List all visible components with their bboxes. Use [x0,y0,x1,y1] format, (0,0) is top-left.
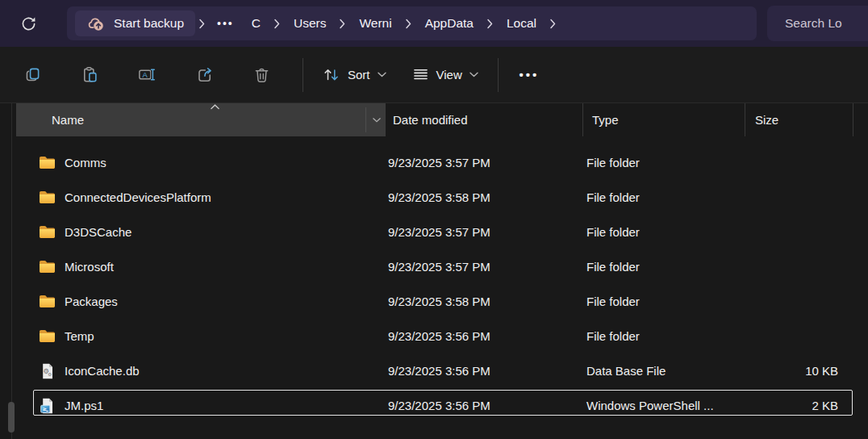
chevron-right-icon [549,19,557,29]
file-row[interactable]: Microsoft 9/23/2025 3:57 PM File folder [11,249,857,284]
share-button[interactable] [186,57,222,93]
file-name-cell: ConnectedDevicesPlatform [11,189,381,206]
folder-icon [39,295,56,308]
delete-icon [253,66,270,83]
file-type: Windows PowerShell ... [578,399,740,412]
file-type: Data Base File [578,364,740,378]
svg-text:⚙: ⚙ [48,372,52,377]
file-size: 10 KB [740,364,849,378]
titlebar: Start backup ••• C Users Werni AppData L… [0,0,868,47]
refresh-icon [20,15,37,32]
header-divider [365,107,366,132]
rename-icon: A [138,66,156,83]
column-header-date-modified[interactable]: Date modified [386,103,582,136]
file-date-modified: 9/23/2025 3:58 PM [381,295,578,308]
share-icon [196,66,213,83]
file-name-cell: D3DSCache [11,224,381,240]
file-name-cell: Packages [11,293,381,310]
file-explorer-window: Start backup ••• C Users Werni AppData L… [0,0,868,439]
chevron-right-icon [339,19,346,29]
search-placeholder: Search Lo [785,16,842,31]
view-icon [412,66,429,83]
column-header-name-label: Name [52,113,84,127]
chevron-down-icon [378,72,386,77]
file-row[interactable]: ConnectedDevicesPlatform 9/23/2025 3:58 … [11,180,857,215]
file-name-cell: ⚙ ⚙ IconCache.db [11,362,381,379]
paste-icon [81,66,98,83]
column-header-size[interactable]: Size [745,103,853,136]
file-name-cell: Comms [11,154,381,171]
file-date-modified: 9/23/2025 3:56 PM [381,399,578,412]
breadcrumb-item[interactable]: Users [284,16,336,31]
sort-icon [323,66,340,83]
breadcrumb-item[interactable]: Local [497,16,546,31]
file-icon [39,189,56,206]
chevron-right-icon [405,19,412,29]
file-type: File folder [578,225,740,239]
file-date-modified: 9/23/2025 3:57 PM [381,156,578,169]
column-header-type[interactable]: Type [582,103,745,136]
file-row[interactable]: Comms 9/23/2025 3:57 PM File folder [11,145,857,180]
file-name: Packages [65,295,118,308]
column-headers: Name Date modified Type Size [12,103,868,136]
folder-icon [39,190,56,204]
start-backup-button[interactable]: Start backup [75,10,195,36]
file-date-modified: 9/23/2025 3:57 PM [381,260,578,274]
delete-button[interactable] [244,57,279,93]
breadcrumb-item[interactable]: C [242,16,270,31]
file-row[interactable]: Packages 9/23/2025 3:58 PM File folder [11,284,857,319]
column-header-name[interactable]: Name [16,103,386,136]
sort-label: Sort [348,68,370,82]
file-list-pane: Name Date modified Type Size Comms 9/23/… [0,103,868,439]
paste-button[interactable] [72,57,107,93]
folder-icon [39,156,56,169]
folder-icon [39,329,56,343]
file-icon: ≥ [39,397,56,414]
file-row[interactable]: Temp 9/23/2025 3:56 PM File folder [11,319,857,353]
folder-icon [39,225,56,239]
breadcrumb-item[interactable]: Werni [349,16,401,31]
address-bar[interactable]: Start backup ••• C Users Werni AppData L… [67,6,757,40]
file-name-cell: Temp [11,328,381,345]
file-name-cell: Microsoft [11,258,381,275]
sort-button[interactable]: Sort [315,57,394,93]
file-type: File folder [578,190,740,204]
view-label: View [436,68,462,82]
file-date-modified: 9/23/2025 3:56 PM [381,364,578,378]
rename-button[interactable]: A [129,57,165,93]
file-rows: Comms 9/23/2025 3:57 PM File folder Conn… [0,136,868,423]
toolbar: A Sort [0,47,868,103]
file-icon [39,293,56,310]
breadcrumb-item[interactable]: AppData [415,16,483,31]
file-row[interactable]: ≥ JM.ps1 9/23/2025 3:56 PM Windows Power… [11,388,857,423]
search-box[interactable]: Search Lo [767,6,868,41]
chevron-down-icon[interactable] [372,117,382,123]
file-row[interactable]: ⚙ ⚙ IconCache.db 9/23/2025 3:56 PM Data … [11,353,857,388]
file-name: ConnectedDevicesPlatform [65,190,211,204]
file-name: IconCache.db [65,364,140,378]
file-icon [39,224,56,240]
database-file-icon: ⚙ ⚙ [41,363,54,379]
cloud-backup-icon [86,15,106,31]
file-icon [39,154,56,171]
file-name: JM.ps1 [65,399,103,412]
file-date-modified: 9/23/2025 3:56 PM [381,329,578,343]
copy-button[interactable] [15,57,50,93]
chevron-right-icon [198,19,206,29]
chevron-right-icon [486,19,494,29]
chevron-right-icon [273,19,281,29]
refresh-button[interactable] [13,8,44,39]
view-button[interactable]: View [404,57,486,93]
copy-icon [24,66,41,83]
breadcrumb-overflow-button[interactable]: ••• [209,17,242,30]
file-row[interactable]: D3DSCache 9/23/2025 3:57 PM File folder [11,215,857,249]
powershell-file-icon: ≥ [40,398,54,414]
chevron-down-icon [469,72,478,77]
folder-icon [39,260,56,274]
see-more-button[interactable]: ••• [511,57,547,93]
file-date-modified: 9/23/2025 3:57 PM [381,225,578,239]
file-icon [39,328,56,345]
svg-text:≥: ≥ [42,405,46,412]
sort-ascending-icon [210,104,220,110]
file-date-modified: 9/23/2025 3:58 PM [381,190,578,204]
